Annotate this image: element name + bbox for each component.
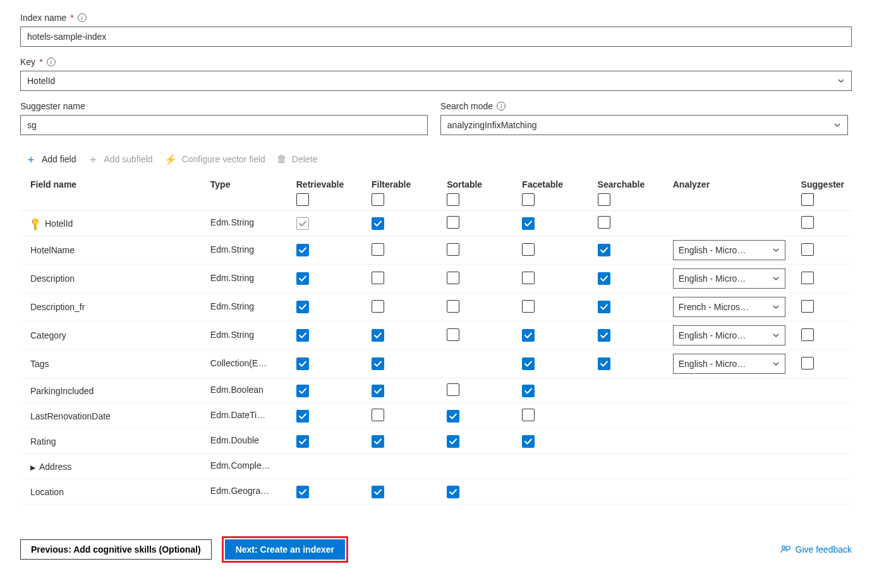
sortable-checkbox[interactable] xyxy=(447,486,459,498)
analyzer-select[interactable]: English - Micro… xyxy=(673,240,785,260)
facetable-checkbox[interactable] xyxy=(522,435,535,448)
previous-button[interactable]: Previous: Add cognitive skills (Optional… xyxy=(20,539,212,560)
chevron-down-icon xyxy=(772,360,780,368)
analyzer-select[interactable]: English - Micro… xyxy=(673,268,785,289)
suggester-checkbox[interactable] xyxy=(801,243,814,256)
retrievable-all-checkbox[interactable] xyxy=(296,193,309,206)
table-row[interactable]: Description Edm.String English - Micro… xyxy=(20,265,852,293)
searchable-checkbox[interactable] xyxy=(598,244,610,256)
retrievable-checkbox[interactable] xyxy=(296,410,309,423)
filterable-checkbox[interactable] xyxy=(372,243,384,256)
facetable-checkbox[interactable] xyxy=(522,243,535,256)
info-icon[interactable]: i xyxy=(497,102,506,111)
configure-vector-button: ⚡ Configure vector field xyxy=(164,152,265,167)
table-row[interactable]: Location Edm.Geogra… xyxy=(20,479,852,505)
info-icon[interactable]: i xyxy=(47,57,56,66)
key-select[interactable]: HotelId xyxy=(20,71,852,91)
table-row[interactable]: Tags Collection(E… English - Micro… xyxy=(20,350,852,378)
searchable-checkbox[interactable] xyxy=(598,357,610,370)
sortable-checkbox[interactable] xyxy=(447,328,459,341)
suggester-checkbox[interactable] xyxy=(801,300,814,313)
filterable-checkbox[interactable] xyxy=(372,435,384,448)
field-type-label: Edm.String xyxy=(210,217,254,227)
field-type-label: Edm.Boolean xyxy=(210,385,263,395)
info-icon[interactable]: i xyxy=(78,13,87,22)
suggester-name-label: Suggester name xyxy=(20,101,428,111)
searchable-checkbox[interactable] xyxy=(598,272,610,285)
suggester-checkbox[interactable] xyxy=(801,328,814,341)
field-name-label: Tags xyxy=(30,359,49,369)
facetable-all-checkbox[interactable] xyxy=(522,193,535,206)
filterable-all-checkbox[interactable] xyxy=(372,193,384,206)
retrievable-checkbox[interactable] xyxy=(296,301,309,313)
sortable-checkbox[interactable] xyxy=(447,243,459,256)
sortable-checkbox[interactable] xyxy=(447,300,459,313)
delete-button: 🗑 Delete xyxy=(277,152,317,167)
chevron-down-icon xyxy=(772,332,780,339)
filterable-checkbox[interactable] xyxy=(372,409,384,421)
chevron-down-icon xyxy=(837,77,845,85)
table-row[interactable]: HotelName Edm.String English - Micro… xyxy=(20,236,852,265)
table-row[interactable]: Rating Edm.Double xyxy=(20,429,852,454)
searchable-checkbox[interactable] xyxy=(598,216,610,229)
searchable-all-checkbox[interactable] xyxy=(598,193,610,206)
sortable-checkbox[interactable] xyxy=(447,272,459,284)
col-field-name: Field name xyxy=(20,174,205,211)
filterable-checkbox[interactable] xyxy=(372,486,384,498)
filterable-checkbox[interactable] xyxy=(372,272,384,284)
filterable-checkbox[interactable] xyxy=(372,300,384,313)
retrievable-checkbox[interactable] xyxy=(296,272,309,285)
retrievable-checkbox[interactable] xyxy=(296,244,309,256)
facetable-checkbox[interactable] xyxy=(522,385,535,397)
table-row[interactable]: ParkingIncluded Edm.Boolean xyxy=(20,378,852,404)
sortable-checkbox[interactable] xyxy=(447,435,459,448)
expand-icon[interactable]: ▶ xyxy=(30,464,35,471)
next-button-highlight: Next: Create an indexer xyxy=(222,536,348,563)
sortable-checkbox[interactable] xyxy=(447,410,459,423)
sortable-all-checkbox[interactable] xyxy=(447,193,459,206)
filterable-checkbox[interactable] xyxy=(372,217,384,230)
suggester-all-checkbox[interactable] xyxy=(801,193,814,206)
suggester-checkbox[interactable] xyxy=(801,272,814,284)
searchable-checkbox[interactable] xyxy=(598,301,610,313)
filterable-checkbox[interactable] xyxy=(372,385,384,397)
retrievable-checkbox[interactable] xyxy=(296,357,309,370)
retrievable-checkbox[interactable] xyxy=(296,385,309,397)
table-row[interactable]: ▶Address Edm.Comple… xyxy=(20,454,852,479)
next-create-indexer-button[interactable]: Next: Create an indexer xyxy=(225,539,345,560)
facetable-checkbox[interactable] xyxy=(522,357,535,370)
filterable-checkbox[interactable] xyxy=(372,357,384,370)
sortable-checkbox[interactable] xyxy=(447,216,459,229)
facetable-checkbox[interactable] xyxy=(522,329,535,342)
retrievable-checkbox[interactable] xyxy=(296,486,309,498)
add-field-button[interactable]: ＋ Add field xyxy=(25,152,76,167)
retrievable-checkbox[interactable] xyxy=(296,329,309,342)
sortable-checkbox[interactable] xyxy=(447,383,459,396)
suggester-checkbox[interactable] xyxy=(801,216,814,229)
analyzer-select[interactable]: English - Micro… xyxy=(673,354,785,374)
facetable-checkbox[interactable] xyxy=(522,409,535,421)
analyzer-select[interactable]: French - Micros… xyxy=(673,297,785,317)
facetable-checkbox[interactable] xyxy=(522,217,535,230)
facetable-checkbox[interactable] xyxy=(522,272,535,284)
retrievable-checkbox[interactable] xyxy=(296,217,309,230)
facetable-checkbox[interactable] xyxy=(522,300,535,313)
analyzer-select[interactable]: English - Micro… xyxy=(673,325,785,345)
table-row[interactable]: Category Edm.String English - Micro… xyxy=(20,321,852,350)
searchable-checkbox[interactable] xyxy=(598,329,610,342)
search-mode-label: Search mode i xyxy=(440,101,848,111)
field-name-label: Description_fr xyxy=(30,302,85,312)
table-row[interactable]: LastRenovationDate Edm.DateTi… xyxy=(20,404,852,429)
suggester-checkbox[interactable] xyxy=(801,357,814,369)
filterable-checkbox[interactable] xyxy=(372,329,384,342)
retrievable-checkbox[interactable] xyxy=(296,435,309,448)
table-row[interactable]: Description_fr Edm.String French - Micro… xyxy=(20,293,852,321)
search-mode-select[interactable]: analyzingInfixMatching xyxy=(440,115,848,135)
give-feedback-link[interactable]: Give feedback xyxy=(780,544,852,555)
key-icon: 🔑 xyxy=(28,216,43,231)
suggester-name-input[interactable] xyxy=(20,115,428,135)
table-row[interactable]: 🔑HotelId Edm.String xyxy=(20,211,852,236)
index-name-input[interactable] xyxy=(20,27,852,47)
index-name-label: Index name * i xyxy=(20,13,852,23)
col-type: Type xyxy=(205,174,291,211)
